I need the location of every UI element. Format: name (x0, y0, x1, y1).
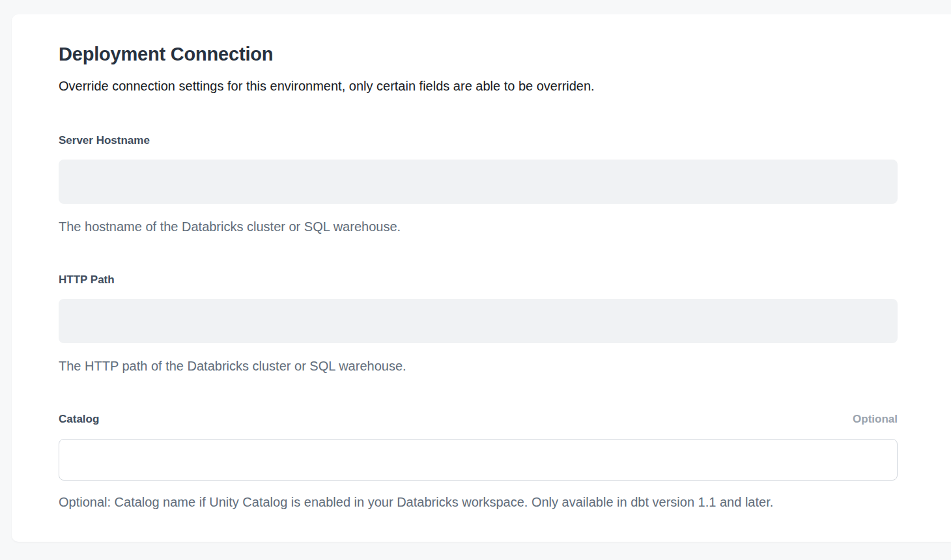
http-path-label: HTTP Path (59, 273, 115, 287)
deployment-connection-card: Deployment Connection Override connectio… (12, 14, 951, 542)
http-path-helper: The HTTP path of the Databricks cluster … (59, 357, 898, 374)
catalog-label: Catalog (59, 412, 99, 427)
label-row: Server Hostname (59, 133, 898, 148)
server-hostname-helper: The hostname of the Databricks cluster o… (59, 218, 898, 235)
http-path-input (59, 299, 898, 343)
field-group-server-hostname: Server Hostname The hostname of the Data… (59, 133, 898, 235)
catalog-helper: Optional: Catalog name if Unity Catalog … (59, 494, 898, 511)
server-hostname-input (59, 160, 898, 204)
server-hostname-label: Server Hostname (59, 133, 150, 148)
catalog-optional-badge: Optional (853, 412, 898, 427)
label-row: HTTP Path (59, 273, 898, 287)
label-row: Catalog Optional (59, 412, 898, 427)
field-group-http-path: HTTP Path The HTTP path of the Databrick… (59, 273, 898, 374)
field-group-catalog: Catalog Optional Optional: Catalog name … (59, 412, 898, 511)
page-title: Deployment Connection (59, 42, 909, 66)
page-subtitle: Override connection settings for this en… (59, 77, 909, 94)
catalog-input[interactable] (59, 439, 898, 481)
